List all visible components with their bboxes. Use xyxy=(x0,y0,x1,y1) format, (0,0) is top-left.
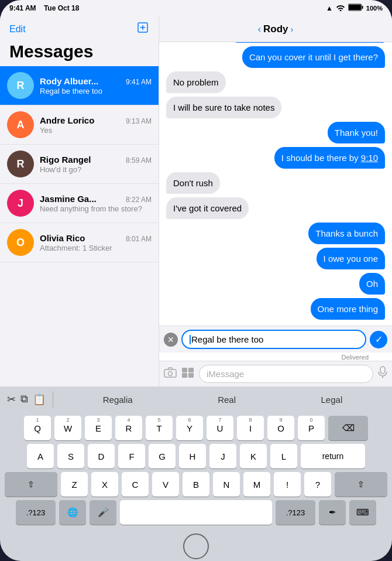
key-f[interactable]: F xyxy=(118,444,145,468)
key-z[interactable]: Z xyxy=(61,472,88,497)
edit-button[interactable]: Edit xyxy=(9,24,26,35)
key-x[interactable]: X xyxy=(91,472,118,497)
conv-time-rigo: 8:59 AM xyxy=(126,156,152,165)
key-row-4: .?123 🌐 🎤 .?123 ✒ ⌨ xyxy=(2,500,390,525)
conv-preview-olivia: Attachment: 1 Sticker xyxy=(40,244,152,252)
conv-time-rody: 9:41 AM xyxy=(126,78,152,86)
backspace-key[interactable]: ⌫ xyxy=(328,416,368,440)
apps-icon[interactable] xyxy=(181,367,194,381)
key-exclaim[interactable]: ! xyxy=(274,472,301,497)
message-bubble-5: Thank you! xyxy=(328,122,385,143)
status-indicators: ▲ 100% xyxy=(326,4,383,13)
key-g[interactable]: G xyxy=(149,444,176,468)
send-button[interactable]: ✓ xyxy=(370,331,387,348)
text-cursor xyxy=(190,335,191,344)
conv-preview-rigo: How'd it go? xyxy=(40,165,152,174)
message-row-1: I'll be a little late to the production … xyxy=(166,42,385,43)
key-o[interactable]: 9O xyxy=(267,416,294,440)
key-d[interactable]: D xyxy=(88,444,115,468)
avatar-rigo: R xyxy=(7,150,34,177)
conv-name-rigo: Rigo Rangel xyxy=(40,155,91,165)
key-e[interactable]: 3E xyxy=(85,416,112,440)
copy-icon[interactable]: ⧉ xyxy=(20,393,28,406)
conv-time-andre: 9:13 AM xyxy=(126,117,152,125)
bottom-bar xyxy=(0,532,392,561)
conv-preview-jasmine: Need anything from the store? xyxy=(40,204,152,213)
return-key[interactable]: return xyxy=(301,444,365,468)
shift-key-right[interactable]: ⇧ xyxy=(335,472,387,497)
conversation-item-rigo[interactable]: RRigo Rangel8:59 AMHow'd it go? xyxy=(0,145,159,184)
key-n[interactable]: N xyxy=(213,472,240,497)
key-a[interactable]: A xyxy=(27,444,54,468)
shift-key[interactable]: ⇧ xyxy=(5,472,57,497)
separator xyxy=(53,391,53,408)
key-t[interactable]: 5T xyxy=(146,416,173,440)
info-chevron-icon[interactable]: › xyxy=(291,25,294,34)
message-row-8: I've got it covered xyxy=(166,197,385,219)
globe-key[interactable]: 🌐 xyxy=(59,500,86,525)
message-bubble-4: I will be sure to take notes xyxy=(166,97,281,118)
keyboard-hide-key[interactable]: ⌨ xyxy=(349,500,376,525)
message-row-10: I owe you one xyxy=(166,248,385,269)
avatar-rody: R xyxy=(7,72,34,99)
conversation-item-rody[interactable]: RRody Albuer...9:41 AMRegal be there too xyxy=(0,66,159,105)
status-bar: 9:41 AM Tue Oct 18 ▲ 100% xyxy=(0,0,392,16)
key-h[interactable]: H xyxy=(179,444,206,468)
key-k[interactable]: K xyxy=(240,444,267,468)
symbol-key-left[interactable]: .?123 xyxy=(16,500,56,525)
conv-name-rody: Rody Albuer... xyxy=(40,76,98,86)
avatar-olivia: O xyxy=(7,229,34,256)
suggestion-1[interactable]: Regalia xyxy=(96,395,140,405)
key-p[interactable]: 0P xyxy=(298,416,325,440)
handwriting-key[interactable]: ✒ xyxy=(319,500,346,525)
message-row-3: No problem xyxy=(166,71,385,93)
message-input-wrapper[interactable]: Regal be there too xyxy=(181,330,366,349)
key-c[interactable]: C xyxy=(122,472,149,497)
key-y[interactable]: 6Y xyxy=(176,416,203,440)
messages-area: I'll be a little late to the production … xyxy=(159,42,392,326)
message-row-7: Don't rush xyxy=(166,172,385,194)
key-r[interactable]: 4R xyxy=(115,416,142,440)
suggestion-2[interactable]: Real xyxy=(211,395,243,405)
key-m[interactable]: M xyxy=(243,472,270,497)
message-bubble-11: Oh xyxy=(359,273,385,295)
camera-icon[interactable] xyxy=(164,367,177,381)
key-v[interactable]: V xyxy=(152,472,179,497)
message-bubble-1: I'll be a little late to the production … xyxy=(228,42,385,43)
svg-rect-1 xyxy=(362,6,363,9)
mic-key[interactable]: 🎤 xyxy=(90,500,116,525)
cut-icon[interactable]: ✂ xyxy=(7,393,16,406)
message-row-4: I will be sure to take notes xyxy=(166,97,385,118)
editing-text[interactable]: Regal be there too xyxy=(191,334,358,344)
conversation-list: RRody Albuer...9:41 AMRegal be there too… xyxy=(0,66,159,386)
svg-rect-12 xyxy=(380,367,385,374)
message-row-9: Thanks a bunch xyxy=(166,223,385,244)
key-u[interactable]: 7U xyxy=(207,416,233,440)
conversation-item-olivia[interactable]: OOlivia Rico8:01 AMAttachment: 1 Sticker xyxy=(0,223,159,262)
back-chevron-icon[interactable]: ‹ xyxy=(258,24,261,35)
autocorrect-suggestions: Regalia Real Legal xyxy=(60,395,385,405)
key-b[interactable]: B xyxy=(183,472,209,497)
space-key[interactable] xyxy=(120,500,272,525)
signal-icon: ▲ xyxy=(326,4,333,12)
paste-icon[interactable]: 📋 xyxy=(33,393,46,406)
key-j[interactable]: J xyxy=(209,444,236,468)
symbol-key-right[interactable]: .?123 xyxy=(276,500,315,525)
key-s[interactable]: S xyxy=(57,444,84,468)
key-w[interactable]: 2W xyxy=(54,416,81,440)
suggestion-3[interactable]: Legal xyxy=(314,395,350,405)
conversation-item-andre[interactable]: AAndre Lorico9:13 AMYes xyxy=(0,105,159,145)
key-question[interactable]: ? xyxy=(304,472,331,497)
mic-icon[interactable] xyxy=(378,366,387,382)
key-q[interactable]: 1Q xyxy=(24,416,51,440)
home-button[interactable] xyxy=(183,533,209,559)
clear-button[interactable]: ✕ xyxy=(164,333,178,347)
key-l[interactable]: L xyxy=(270,444,297,468)
compose-button[interactable] xyxy=(136,21,149,37)
key-i[interactable]: 8I xyxy=(237,416,264,440)
messages-title: Messages xyxy=(0,39,159,66)
conversation-item-jasmine[interactable]: JJasmine Ga...8:22 AMNeed anything from … xyxy=(0,184,159,223)
conv-info-olivia: Olivia Rico8:01 AMAttachment: 1 Sticker xyxy=(40,233,152,252)
conv-info-rigo: Rigo Rangel8:59 AMHow'd it go? xyxy=(40,155,152,174)
imessage-input[interactable]: iMessage xyxy=(199,365,373,383)
